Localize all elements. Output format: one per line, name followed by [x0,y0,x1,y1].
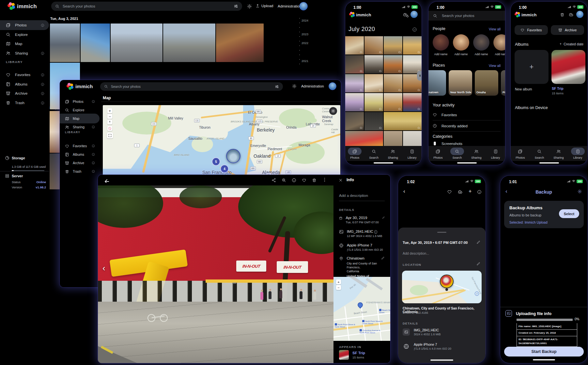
administration-link[interactable]: Administration [301,84,324,88]
person-item[interactable]: Add name [433,34,449,56]
photo-marker[interactable] [440,275,454,288]
location-mini-map[interactable]: Pier 45 FISHERMAN'S WHARF Beach Street B… [333,277,390,341]
grid-photo[interactable] [384,55,402,73]
start-backup-button[interactable]: Start Backup [504,347,584,357]
info-circle-icon[interactable] [92,153,95,156]
favorite-heart-icon[interactable] [447,189,452,194]
photo-main[interactable]: IN-N-OUT IN-N-OUT 333 ‹ [98,185,333,363]
photo-thumbnail[interactable] [163,24,215,62]
nav-tab[interactable]: Sharing [467,148,486,159]
description-input[interactable]: Add description... [403,251,429,255]
add-name-label[interactable]: Add name [474,53,488,56]
nav-tab[interactable]: Photos [428,148,448,159]
grid-photo[interactable] [364,36,383,55]
person-item[interactable]: Add name [473,34,489,56]
sheet-drag-handle[interactable] [437,232,446,233]
info-circle-icon[interactable] [41,83,44,86]
info-circle-icon[interactable] [41,52,44,55]
sort-control[interactable]: Created date [559,42,583,46]
photo-cluster-marker[interactable]: 4 [220,165,229,173]
photo-thumbnail[interactable] [50,153,60,189]
scrubber-track[interactable] [299,18,300,67]
theme-toggle-icon[interactable] [292,84,297,88]
favorites-button[interactable]: Favorites [515,25,548,35]
detail-bottom-sheet[interactable]: Tue, Apr 30, 2019 • 6:07 PM GMT-07:00 Ad… [398,228,486,363]
add-name-label[interactable]: Add name [434,53,447,56]
activity-row[interactable]: Recently added [433,120,501,132]
location-map-card[interactable]: San Francisco Ferry i [402,271,482,303]
archive-button[interactable]: Archive [551,25,584,35]
nav-tab[interactable]: Photos [511,148,530,159]
sidebar-item[interactable]: Trash [60,167,100,176]
avatar[interactable] [576,11,583,18]
grid-photo[interactable] [345,36,364,55]
info-circle-icon[interactable] [92,125,95,129]
minimap-zoom-in[interactable]: + [336,279,341,284]
person-item[interactable]: Add name [493,34,505,56]
nav-tab[interactable]: Search [448,148,467,159]
grid-photo[interactable] [403,36,422,55]
close-icon[interactable] [339,178,343,182]
select-all-icon[interactable] [412,27,417,32]
nav-tab[interactable]: Library [486,148,505,159]
edit-location-icon[interactable] [381,256,385,260]
info-icon[interactable] [292,178,296,182]
sidebar-item[interactable]: Albums [0,79,49,89]
avatar[interactable] [329,82,336,90]
people-view-all-link[interactable]: View all [489,27,501,31]
place-card[interactable]: Chinatown [428,70,446,96]
grid-photo[interactable] [384,112,422,130]
cloud-backup-icon[interactable] [568,12,574,17]
description-input[interactable]: Add a description [339,194,368,198]
place-card[interactable]: Pi [501,70,505,96]
grid-photo[interactable] [384,93,402,111]
file-info-icon[interactable]: i [374,230,377,234]
info-circle-icon[interactable] [92,170,95,173]
grid-photo[interactable] [345,55,364,73]
info-icon[interactable] [477,190,482,194]
sidebar-item[interactable]: Photos [0,20,49,30]
grid-photo[interactable] [384,74,402,92]
avatar[interactable] [410,11,418,18]
screenshots-row[interactable]: Screenshots [433,141,462,146]
nav-tab[interactable]: Search [364,148,384,159]
nav-tab[interactable]: Sharing [549,148,568,159]
theme-toggle-icon[interactable] [247,4,252,9]
grid-photo[interactable] [345,93,364,111]
photo-thumbnail[interactable] [111,24,162,62]
detail-back-chevron[interactable]: ‹ [403,188,405,195]
place-card[interactable]: Omaha [475,70,498,96]
grid-photo[interactable] [403,93,422,111]
info-circle-icon[interactable] [41,73,44,77]
trash-icon[interactable] [312,178,317,182]
grid-photo[interactable] [403,131,422,146]
search-filter-icon[interactable] [275,85,279,89]
new-album-card[interactable]: + [515,50,549,84]
photo-thumbnail[interactable] [81,24,110,62]
grid-photo[interactable] [345,131,383,146]
attribution-info-icon[interactable]: i [475,292,479,296]
minimap-zoom-out[interactable]: − [336,285,341,290]
map-compass-button[interactable] [107,119,112,124]
sidebar-item[interactable]: Sharing [0,48,49,58]
album-row[interactable]: SF Trip 15 items [339,350,365,360]
sidebar-item[interactable]: Archive [0,88,49,98]
grid-photo[interactable] [364,55,383,73]
grid-photo[interactable] [345,112,364,130]
favorite-heart-icon[interactable] [302,178,306,182]
edit-date-icon[interactable] [382,216,385,219]
activity-row[interactable]: Favorites [433,109,501,120]
scrubber-handle[interactable]: ⬍ [417,71,422,81]
edit-location-icon[interactable] [476,262,480,266]
map-zoom-in-button[interactable]: + [107,108,112,113]
photo-thumbnail[interactable] [50,24,80,62]
share-icon[interactable] [271,178,276,182]
map-layers-toggle-button[interactable] [107,126,112,131]
sidebar-item[interactable]: Favorites [0,70,49,80]
places-carousel[interactable]: Chinatown Near North Side Omaha Pi [428,70,505,96]
nav-tab[interactable]: Photos [345,148,364,159]
search-input[interactable]: Search your photos [100,82,283,91]
nav-tab[interactable]: Library [568,148,587,159]
search-filter-icon[interactable] [234,4,238,8]
info-circle-icon[interactable] [92,144,95,148]
